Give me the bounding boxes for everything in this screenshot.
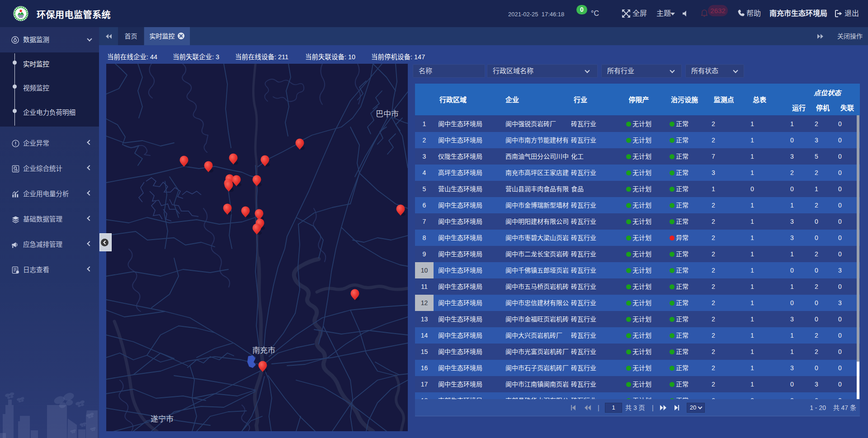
svg-text:南充市: 南充市	[252, 346, 275, 355]
svg-text:遂宁市: 遂宁市	[151, 415, 174, 424]
svg-text:巴中市: 巴中市	[376, 110, 399, 118]
